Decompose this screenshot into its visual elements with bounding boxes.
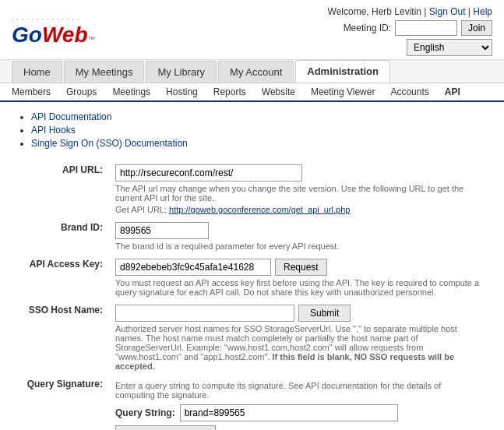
query-string-input[interactable] <box>180 404 398 421</box>
help-link[interactable]: Help <box>473 6 492 17</box>
subnav-hosting[interactable]: Hosting <box>166 86 198 97</box>
language-select[interactable]: English French Spanish German <box>407 39 492 56</box>
meeting-id-label: Meeting ID: <box>344 23 391 33</box>
logo-tm: ™ <box>88 35 96 44</box>
tab-my-library[interactable]: My Library <box>146 61 217 83</box>
sub-nav: Members Groups Meetings Hosting Reports … <box>0 83 504 102</box>
submit-button[interactable]: Submit <box>298 305 351 322</box>
join-button[interactable]: Join <box>461 20 492 36</box>
subnav-accounts[interactable]: Accounts <box>390 86 428 97</box>
subnav-website[interactable]: Website <box>262 86 295 97</box>
brand-id-input[interactable] <box>115 222 209 239</box>
subnav-meeting-viewer[interactable]: Meeting Viewer <box>311 86 375 97</box>
sign-out-link[interactable]: Sign Out <box>429 6 466 17</box>
api-access-key-hint: You must request an API access key first… <box>115 278 482 297</box>
content-area: API Documentation API Hooks Single Sign … <box>0 102 504 430</box>
subnav-reports[interactable]: Reports <box>213 86 246 97</box>
subnav-members[interactable]: Members <box>12 86 51 97</box>
api-url-hint: The API url may change when you change t… <box>115 184 482 203</box>
brand-id-label: Brand ID: <box>16 218 109 255</box>
sso-hint: Authorized server host names for SSO Sto… <box>115 324 482 371</box>
logo-dots: · · · · · · · · · · · · · · <box>12 16 79 23</box>
welcome-text: Welcome, Herb Levitin | Sign Out | Help <box>328 6 492 17</box>
logo-go: Go <box>12 23 42 48</box>
tab-my-meetings[interactable]: My Meetings <box>64 61 145 83</box>
subnav-groups[interactable]: Groups <box>66 86 97 97</box>
query-sig-hint: Enter a query string to compute its sign… <box>115 381 482 400</box>
api-access-key-label: API Access Key: <box>16 255 109 301</box>
get-api-url-line: Get API URL: http://goweb.goconference.c… <box>115 205 482 214</box>
compute-signature-button[interactable]: Compute Signature <box>115 425 216 430</box>
api-access-key-input[interactable] <box>115 259 271 276</box>
tab-home[interactable]: Home <box>12 61 62 83</box>
query-sig-label: Query Signature: <box>16 375 109 430</box>
tab-administration[interactable]: Administration <box>295 60 390 83</box>
sso-host-input[interactable] <box>115 305 294 322</box>
request-button[interactable]: Request <box>275 259 327 276</box>
query-string-label: Query String: <box>115 407 175 418</box>
tab-my-account[interactable]: My Account <box>218 61 294 83</box>
brand-id-hint: The brand id is a required parameter for… <box>115 241 482 251</box>
main-nav: Home My Meetings My Library My Account A… <box>0 60 504 83</box>
api-url-input[interactable] <box>115 164 302 182</box>
sso-docs-link[interactable]: Single Sign On (SSO) Documentation <box>31 138 188 149</box>
api-docs-link[interactable]: API Documentation <box>31 111 111 122</box>
api-form: API URL: The API url may change when you… <box>16 160 488 430</box>
bullet-links: API Documentation API Hooks Single Sign … <box>16 111 488 149</box>
sso-host-label: SSO Host Name: <box>16 301 109 375</box>
api-url-label: API URL: <box>16 160 109 218</box>
meeting-id-input[interactable] <box>395 20 457 36</box>
api-hooks-link[interactable]: API Hooks <box>31 125 76 136</box>
logo-web: Web <box>42 23 88 48</box>
subnav-api[interactable]: API <box>445 86 460 97</box>
get-api-url-link[interactable]: http://goweb.goconference.com/get_api_ur… <box>169 205 350 214</box>
subnav-meetings[interactable]: Meetings <box>112 86 150 97</box>
